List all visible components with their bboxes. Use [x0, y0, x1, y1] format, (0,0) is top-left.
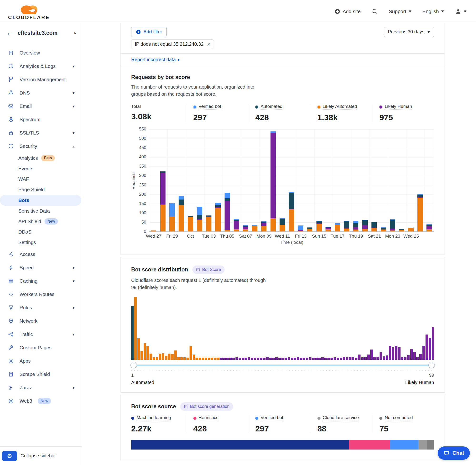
chart-bar-thu-12[interactable] — [287, 129, 296, 232]
sidebar-item-ssl-tls[interactable]: SSL/TLS▾ — [0, 126, 82, 139]
sidebar-item-bots[interactable]: Bots — [0, 195, 81, 206]
histogram-bar-score-64[interactable] — [324, 358, 327, 360]
bot-score-histogram[interactable] — [131, 297, 434, 360]
slider-handle-max[interactable] — [428, 362, 435, 368]
histogram-bar-score-34[interactable] — [233, 358, 235, 360]
histogram-bar-score-43[interactable] — [260, 358, 262, 360]
stat-label[interactable]: Verified bot — [199, 104, 221, 110]
sidebar-item-events[interactable]: Events — [0, 163, 82, 174]
histogram-bar-score-88[interactable] — [398, 347, 400, 360]
histogram-bar-score-8[interactable] — [153, 357, 155, 360]
histogram-bar-score-41[interactable] — [254, 358, 256, 360]
histogram-bar-score-25[interactable] — [205, 358, 207, 360]
chart-bar-thu-26[interactable] — [415, 129, 425, 232]
histogram-bar-score-38[interactable] — [244, 358, 247, 360]
sidebar-item-settings[interactable]: Settings — [0, 237, 82, 248]
chart-bar-mon-02[interactable] — [195, 129, 204, 232]
histogram-bar-score-60[interactable] — [312, 358, 315, 360]
histogram-bar-score-40[interactable] — [251, 358, 253, 360]
chart-bar-wed-11[interactable] — [278, 129, 287, 232]
stat-label[interactable]: Likely Human — [385, 104, 412, 110]
account-menu[interactable] — [455, 8, 466, 14]
histogram-bar-score-91[interactable] — [407, 355, 410, 360]
histogram-bar-score-59[interactable] — [309, 357, 311, 360]
histogram-bar-score-84[interactable] — [386, 356, 388, 360]
histogram-bar-score-42[interactable] — [257, 358, 259, 360]
histogram-bar-score-14[interactable] — [171, 354, 173, 360]
source-segment-cloudflare-service[interactable] — [418, 440, 427, 450]
support-menu[interactable]: Support — [389, 9, 412, 14]
histogram-bar-score-73[interactable] — [352, 357, 354, 360]
chart-bar-sat-14[interactable] — [305, 129, 315, 232]
chart-bar-sun-08[interactable] — [250, 129, 259, 232]
requests-plot-area[interactable] — [149, 129, 434, 232]
stat-label[interactable]: Verified bot — [261, 415, 283, 421]
chart-bar-thu-28[interactable] — [158, 129, 168, 232]
bot-score-badge[interactable]: Bot Score — [192, 265, 224, 274]
histogram-bar-score-77[interactable] — [364, 357, 367, 360]
histogram-bar-score-87[interactable] — [395, 346, 397, 360]
chart-bar-wed-18[interactable] — [342, 129, 351, 232]
histogram-bar-score-54[interactable] — [294, 358, 296, 360]
histogram-bar-score-68[interactable] — [337, 358, 339, 360]
sidebar-item-waf[interactable]: WAF — [0, 174, 82, 184]
chat-button[interactable]: Chat — [438, 446, 470, 460]
histogram-bar-score-92[interactable] — [410, 349, 413, 360]
sidebar-item-apps[interactable]: Apps — [0, 354, 82, 368]
histogram-bar-score-39[interactable] — [248, 357, 250, 360]
histogram-bar-score-49[interactable] — [278, 358, 281, 360]
histogram-bar-score-15[interactable] — [174, 350, 176, 360]
sidebar-item-ddos[interactable]: DDoS — [0, 227, 82, 237]
histogram-bar-score-37[interactable] — [242, 358, 244, 360]
chart-bar-sun-22[interactable] — [379, 129, 388, 232]
stat-label[interactable]: Not computed — [385, 415, 413, 421]
stat-label[interactable]: Likely Automated — [323, 104, 357, 110]
close-icon[interactable]: × — [207, 41, 211, 47]
histogram-bar-score-29[interactable] — [217, 358, 220, 360]
sidebar-item-access[interactable]: Access — [0, 248, 82, 261]
sidebar-item-caching[interactable]: Caching▾ — [0, 274, 82, 288]
histogram-bar-score-81[interactable] — [376, 357, 379, 360]
chart-bar-tue-03[interactable] — [204, 129, 213, 232]
histogram-bar-score-33[interactable] — [229, 358, 232, 360]
histogram-bar-score-9[interactable] — [156, 357, 158, 360]
back-arrow-icon[interactable]: ← — [6, 30, 13, 36]
source-segment-heuristics[interactable] — [349, 440, 390, 450]
histogram-bar-score-21[interactable] — [193, 355, 195, 360]
histogram-bar-score-66[interactable] — [330, 358, 333, 360]
sidebar-item-sensitive-data[interactable]: Sensitive Data — [0, 206, 82, 216]
histogram-bar-score-89[interactable] — [401, 357, 403, 360]
histogram-bar-score-75[interactable] — [358, 355, 360, 360]
histogram-bar-score-56[interactable] — [300, 358, 302, 360]
histogram-bar-score-28[interactable] — [214, 358, 216, 360]
histogram-bar-score-80[interactable] — [373, 357, 376, 360]
histogram-bar-score-10[interactable] — [159, 354, 161, 360]
histogram-bar-score-36[interactable] — [239, 358, 241, 360]
histogram-bar-score-1[interactable] — [131, 306, 134, 360]
histogram-bar-score-12[interactable] — [165, 356, 167, 360]
histogram-bar-score-2[interactable] — [134, 297, 137, 360]
language-menu[interactable]: English — [423, 9, 444, 14]
stat-label[interactable]: Automated — [261, 104, 282, 110]
sidebar-item-api-shield[interactable]: API ShieldNew — [0, 216, 82, 227]
stat-label[interactable]: Heuristics — [199, 415, 218, 421]
slider-track[interactable] — [131, 365, 434, 366]
source-segment-verified-bot[interactable] — [390, 440, 419, 450]
histogram-bar-score-31[interactable] — [223, 358, 225, 360]
date-range-select[interactable]: Previous 30 days — [384, 27, 434, 37]
histogram-bar-score-18[interactable] — [183, 357, 186, 360]
histogram-bar-score-3[interactable] — [138, 338, 140, 360]
histogram-bar-score-11[interactable] — [162, 353, 164, 360]
histogram-bar-score-63[interactable] — [321, 357, 324, 360]
sidebar-item-speed[interactable]: Speed▾ — [0, 261, 82, 274]
filter-chip[interactable]: IP does not equal 35.212.240.32 × — [131, 39, 214, 49]
score-range-slider[interactable] — [131, 362, 434, 369]
histogram-bar-score-99[interactable] — [432, 327, 434, 360]
histogram-bar-score-52[interactable] — [288, 357, 290, 360]
histogram-bar-score-98[interactable] — [429, 338, 431, 360]
source-segment-machine-learning[interactable] — [131, 440, 349, 450]
histogram-bar-score-6[interactable] — [147, 346, 149, 360]
histogram-bar-score-96[interactable] — [423, 346, 425, 360]
stat-label[interactable]: Machine learning — [137, 415, 171, 421]
chart-bar-mon-16[interactable] — [324, 129, 333, 232]
